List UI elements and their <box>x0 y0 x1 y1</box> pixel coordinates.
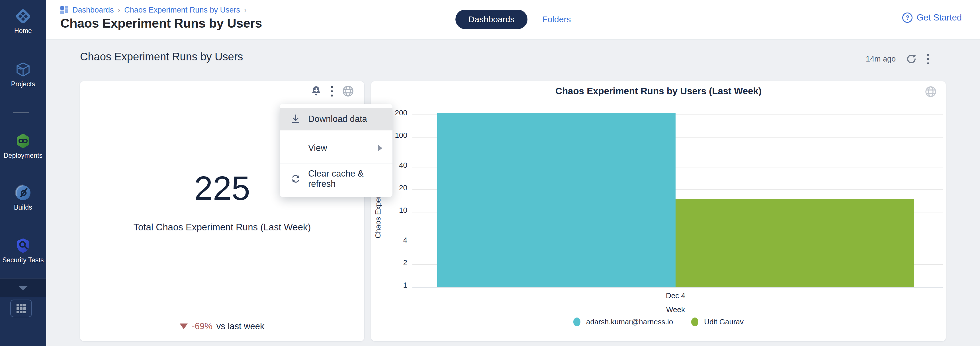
home-icon <box>15 8 31 24</box>
projects-cube-icon <box>15 61 31 78</box>
chart-globe-button[interactable] <box>924 85 937 98</box>
tile-globe-button[interactable] <box>342 84 355 98</box>
menu-separator <box>280 163 393 163</box>
legend-label: Udit Gaurav <box>704 317 744 326</box>
x-axis-title: Week <box>437 305 914 314</box>
sidebar-item-builds[interactable]: Builds <box>0 184 46 211</box>
bell-plus-icon <box>310 85 322 97</box>
kebab-menu-icon <box>927 54 929 64</box>
bar-series-1[interactable] <box>437 113 676 287</box>
legend-item[interactable]: Udit Gaurav <box>691 317 744 326</box>
menu-item-download-data[interactable]: Download data <box>280 108 393 130</box>
module-picker-button[interactable] <box>10 300 32 317</box>
menu-separator <box>280 133 393 133</box>
menu-item-label: Clear cache & refresh <box>308 168 382 189</box>
breadcrumb-link-current[interactable]: Chaos Experiment Runs by Users <box>124 6 240 14</box>
alert-bell-button[interactable] <box>310 85 322 97</box>
sidebar-collapse-band[interactable] <box>0 278 46 297</box>
breadcrumb: Dashboards › Chaos Experiment Runs by Us… <box>60 6 247 14</box>
tile-hover-actions <box>310 84 355 98</box>
sidebar-item-label: Projects <box>0 80 46 88</box>
security-shield-icon <box>15 237 31 254</box>
legend-item[interactable]: adarsh.kumar@harness.io <box>573 317 673 326</box>
sidebar-item-security-tests[interactable]: Security Tests <box>0 237 46 264</box>
globe-icon <box>924 85 937 98</box>
delta-suffix: vs last week <box>216 321 264 332</box>
chevron-right-icon: › <box>118 6 121 14</box>
refresh-button[interactable] <box>905 53 917 65</box>
triangle-down-icon <box>180 324 188 329</box>
builds-ci-icon <box>15 184 31 201</box>
y-tick-label: 1 <box>371 281 407 290</box>
dashboard-title: Chaos Experiment Runs by Users <box>80 51 243 63</box>
cache-refresh-icon <box>290 173 301 184</box>
menu-item-label: View <box>308 143 327 153</box>
sidebar-item-projects[interactable]: Projects <box>0 61 46 88</box>
deployments-cd-icon <box>15 133 31 149</box>
menu-item-clear-cache-refresh[interactable]: Clear cache & refresh <box>280 166 393 192</box>
refresh-icon <box>905 53 917 65</box>
tile-label: Total Chaos Experiment Runs (Last Week) <box>80 222 364 233</box>
app-root: Home Projects <box>0 0 980 346</box>
tab-dashboards[interactable]: Dashboards <box>455 10 528 29</box>
globe-icon <box>342 84 355 98</box>
legend-dot-icon <box>573 317 581 326</box>
chevron-down-icon <box>18 286 28 290</box>
dashboard-options-button[interactable] <box>927 54 929 64</box>
delta-value: -69% <box>192 321 212 332</box>
kebab-menu-icon <box>331 86 333 97</box>
legend-label: adarsh.kumar@harness.io <box>586 317 673 326</box>
sidebar-item-deployments[interactable]: Deployments <box>0 133 46 159</box>
sidebar-item-label: Deployments <box>0 152 46 159</box>
tab-folders[interactable]: Folders <box>542 14 571 24</box>
menu-item-view[interactable]: View <box>280 136 393 160</box>
y-tick-label: 10 <box>371 206 407 215</box>
get-started-button[interactable]: ? Get Started <box>902 13 962 23</box>
sidebar-item-label: Security Tests <box>0 256 46 264</box>
tile-options-button[interactable] <box>331 86 333 97</box>
sidebar-item-label: Home <box>0 27 46 35</box>
tile-delta: -69% vs last week <box>80 321 364 332</box>
dashboard-meta: 14m ago <box>866 53 929 65</box>
x-category-label: Dec 4 <box>437 291 914 300</box>
last-refreshed-label: 14m ago <box>866 55 896 63</box>
chart-title: Chaos Experiment Runs by Users (Last Wee… <box>371 86 946 97</box>
chart-card-runs-by-users: Chaos Experiment Runs by Users (Last Wee… <box>371 81 946 341</box>
menu-item-label: Download data <box>308 114 367 124</box>
sidebar-item-label: Builds <box>0 204 46 211</box>
breadcrumb-link-dashboards[interactable]: Dashboards <box>72 6 114 14</box>
download-icon <box>290 113 301 125</box>
sidebar: Home Projects <box>0 0 46 346</box>
submenu-arrow-icon <box>378 144 382 151</box>
legend-dot-icon <box>691 317 698 326</box>
header-tabs: Dashboards Folders <box>455 10 571 29</box>
apps-grid-icon <box>16 304 26 313</box>
sidebar-divider <box>13 112 29 113</box>
y-tick-label: 4 <box>371 236 407 244</box>
tile-context-menu: Download data View Clear cache & refresh <box>280 104 393 197</box>
bar-series-2[interactable] <box>676 199 914 287</box>
y-tick-label: 2 <box>371 258 407 267</box>
help-circle-icon: ? <box>902 13 913 23</box>
chevron-right-icon: › <box>244 6 247 14</box>
chart-legend: adarsh.kumar@harness.ioUdit Gaurav <box>371 317 946 326</box>
dashboards-grid-icon <box>60 6 68 14</box>
chart-plot-area <box>412 110 943 287</box>
sidebar-item-home[interactable]: Home <box>0 8 46 35</box>
top-header: Dashboards › Chaos Experiment Runs by Us… <box>46 0 980 40</box>
get-started-label: Get Started <box>916 13 962 23</box>
page-title: Chaos Experiment Runs by Users <box>60 16 262 31</box>
